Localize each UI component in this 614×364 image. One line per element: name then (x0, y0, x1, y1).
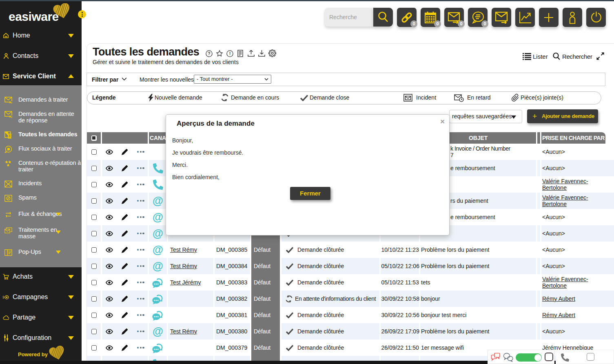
svg-text:!: ! (229, 51, 231, 56)
svg-text:?: ? (208, 51, 210, 56)
